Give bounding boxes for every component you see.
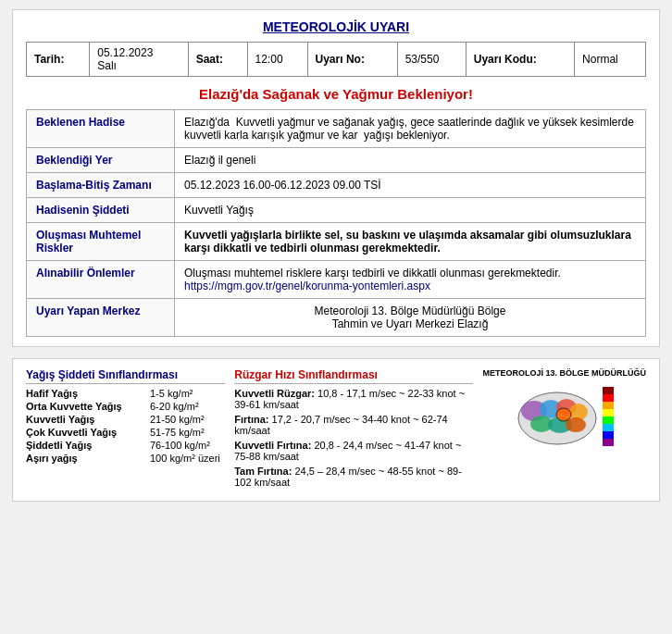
wind-title: Rüzgar Hızı Sınıflandırması xyxy=(234,368,473,384)
map-title: METEOROLOJİ 13. BÖLGE MÜDÜRLÜĞÜ xyxy=(482,368,646,378)
saat-label: Saat: xyxy=(188,43,247,77)
rain-val-0: 1-5 kg/m² xyxy=(150,388,193,399)
table-row: Beklenen Hadise Elazığ'da Kuvvetli yağmu… xyxy=(27,110,646,148)
row-label-6: Uyarı Yapan Merkez xyxy=(27,299,175,337)
wind-classification: Rüzgar Hızı Sınıflandırması Kuvvetli Rüz… xyxy=(234,368,473,491)
color-bar-item-2 xyxy=(603,402,614,409)
row-value-4: Kuvvetli yağışlarla birlikte sel, su bas… xyxy=(175,223,646,261)
rain-val-5: 100 kg/m² üzeri xyxy=(150,453,220,464)
rain-val-3: 51-75 kg/m² xyxy=(150,427,205,438)
page-title: METEOROLOJİK UYARI xyxy=(26,19,646,34)
rain-val-4: 76-100 kg/m² xyxy=(150,440,210,451)
tarih-label: Tarih: xyxy=(27,43,90,77)
rain-cat-3: Çok Kuvvetli Yağış xyxy=(26,427,146,438)
color-bar-item-1 xyxy=(603,394,614,402)
table-row: Beklendiği Yer Elazığ il geneli xyxy=(27,148,646,173)
bottom-container: Yağış Şiddeti Sınıflandırması Hafif Yağı… xyxy=(12,358,660,502)
saat-value: 12:00 xyxy=(247,43,307,77)
uyari-kodu-label: Uyarı Kodu: xyxy=(466,43,574,77)
list-item: Tam Fırtına: 24,5 – 28,4 m/sec ~ 48-55 k… xyxy=(234,466,473,488)
list-item: Fırtına: 17,2 - 20,7 m/sec ~ 34-40 knot … xyxy=(234,414,473,436)
rain-val-2: 21-50 kg/m² xyxy=(150,414,205,425)
row-value-6: Meteoroloji 13. Bölge Müdürlüğü BölgeTah… xyxy=(175,299,646,337)
rain-val-1: 6-20 kg/m² xyxy=(150,401,199,412)
table-row: Uyarı Yapan Merkez Meteoroloji 13. Bölge… xyxy=(27,299,646,337)
color-bar-item-4 xyxy=(603,416,614,424)
info-table: Beklenen Hadise Elazığ'da Kuvvetli yağmu… xyxy=(26,109,646,337)
color-bar xyxy=(603,387,614,446)
rain-cat-5: Aşırı yağış xyxy=(26,453,146,464)
list-item: Orta Kuvvette Yağış 6-20 kg/m² xyxy=(26,401,225,412)
rain-cat-2: Kuvvetli Yağış xyxy=(26,414,146,425)
map-and-bar xyxy=(516,381,614,451)
tarih-value: 05.12.2023Salı xyxy=(90,43,188,77)
color-bar-item-0 xyxy=(603,387,614,394)
list-item: Hafif Yağış 1-5 kg/m² xyxy=(26,388,225,399)
color-bar-item-3 xyxy=(603,409,614,416)
list-item: Kuvvetli Yağış 21-50 kg/m² xyxy=(26,414,225,425)
rain-cat-1: Orta Kuvvette Yağış xyxy=(26,401,146,412)
list-item: Aşırı yağış 100 kg/m² üzeri xyxy=(26,453,225,464)
list-item: Kuvvetli Fırtına: 20,8 - 24,4 m/sec ~ 41… xyxy=(234,440,473,462)
table-row: Başlama-Bitiş Zamanı 05.12.2023 16.00-06… xyxy=(27,173,646,198)
table-row: Oluşması Muhtemel Riskler Kuvvetli yağış… xyxy=(27,223,646,261)
rain-cat-4: Şiddetli Yağış xyxy=(26,440,146,451)
rain-title: Yağış Şiddeti Sınıflandırması xyxy=(26,368,225,384)
list-item: Çok Kuvvetli Yağış 51-75 kg/m² xyxy=(26,427,225,438)
uyari-no-value: 53/550 xyxy=(397,43,466,77)
svg-point-8 xyxy=(556,408,571,421)
header-table: Tarih: 05.12.2023Salı Saat: 12:00 Uyarı … xyxy=(26,42,646,77)
wind-cat-3: Tam Fırtına: xyxy=(234,466,292,477)
row-value-2: 05.12.2023 16.00-06.12.2023 09.00 TSİ xyxy=(175,173,646,198)
uyari-no-label: Uyarı No: xyxy=(307,43,397,77)
rain-classification: Yağış Şiddeti Sınıflandırması Hafif Yağı… xyxy=(26,368,225,491)
row-label-5: Alınabilir Önlemler xyxy=(27,261,175,299)
alert-headline: Elazığ'da Sağanak ve Yağmur Bekleniyor! xyxy=(26,86,646,102)
color-bar-item-7 xyxy=(603,439,614,446)
uyari-kodu-value: Normal xyxy=(575,43,646,77)
map-section: METEOROLOJİ 13. BÖLGE MÜDÜRLÜĞÜ xyxy=(482,368,646,491)
table-row: Hadisenin Şiddeti Kuvvetli Yağış xyxy=(27,198,646,223)
row-value-3: Kuvvetli Yağış xyxy=(175,198,646,223)
list-item: Kuvvetli Rüzgar: 10,8 - 17,1 m/sec ~ 22-… xyxy=(234,388,473,410)
color-bar-item-5 xyxy=(603,424,614,431)
table-row: Alınabilir Önlemler Oluşması muhtemel ri… xyxy=(27,261,646,299)
row-value-0: Elazığ'da Kuvvetli yağmur ve sağanak yağ… xyxy=(175,110,646,148)
svg-point-4 xyxy=(569,404,588,420)
row-label-1: Beklendiği Yer xyxy=(27,148,175,173)
row-value-1: Elazığ il geneli xyxy=(175,148,646,173)
main-alert-container: METEOROLOJİK UYARI Tarih: 05.12.2023Salı… xyxy=(12,9,660,347)
row-label-0: Beklenen Hadise xyxy=(27,110,175,148)
wind-cat-0: Kuvvetli Rüzgar: xyxy=(234,388,315,399)
row-label-2: Başlama-Bitiş Zamanı xyxy=(27,173,175,198)
wind-cat-1: Fırtına: xyxy=(234,414,268,425)
row-label-4: Oluşması Muhtemel Riskler xyxy=(27,223,175,261)
rain-cat-0: Hafif Yağış xyxy=(26,388,146,399)
color-bar-item-6 xyxy=(603,431,614,439)
row-label-3: Hadisenin Şiddeti xyxy=(27,198,175,223)
row-value-5: Oluşması muhtemel risklere karşı tedbirl… xyxy=(175,261,646,299)
wind-cat-2: Kuvvetli Fırtına: xyxy=(234,440,311,451)
list-item: Şiddetli Yağış 76-100 kg/m² xyxy=(26,440,225,451)
region-map xyxy=(516,381,599,451)
